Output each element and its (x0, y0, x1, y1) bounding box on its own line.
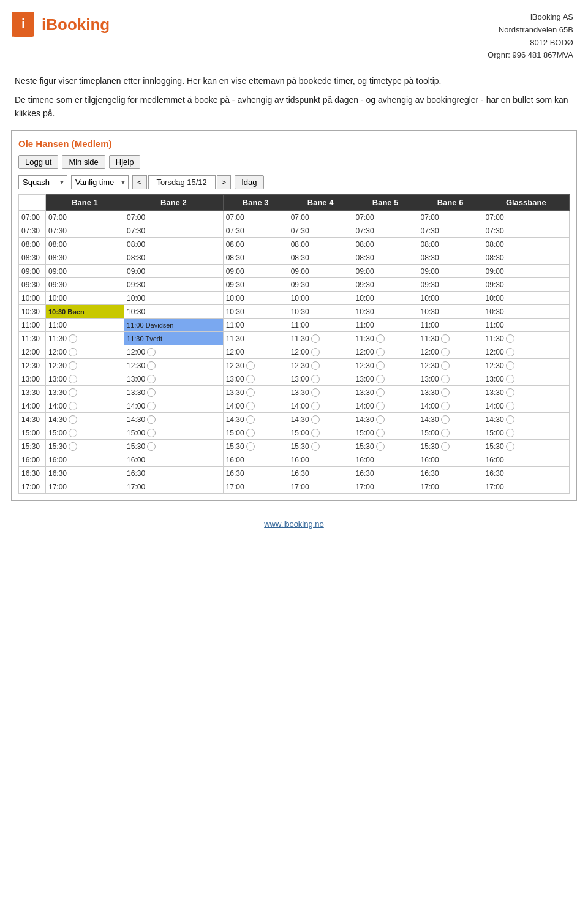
availability-bullet[interactable] (147, 429, 156, 437)
bookable-slot[interactable]: 12:30 (486, 361, 567, 370)
schedule-cell[interactable]: 13:00 (418, 372, 483, 386)
bookable-slot[interactable]: 15:30 (421, 442, 480, 451)
availability-bullet[interactable] (246, 442, 255, 451)
schedule-cell[interactable]: 12:30 (353, 359, 418, 372)
bookable-slot[interactable]: 13:00 (291, 375, 350, 383)
schedule-cell[interactable]: 13:00 (223, 372, 288, 386)
availability-bullet[interactable] (69, 388, 77, 397)
schedule-cell[interactable]: 13:00 (124, 372, 224, 386)
availability-bullet[interactable] (246, 402, 255, 410)
availability-bullet[interactable] (147, 361, 156, 370)
schedule-cell[interactable]: 14:30 (46, 413, 124, 426)
schedule-cell[interactable]: 15:00 (124, 426, 224, 440)
availability-bullet[interactable] (246, 375, 255, 383)
bookable-slot[interactable]: 12:30 (127, 361, 221, 370)
bookable-slot[interactable]: 13:30 (48, 388, 121, 397)
availability-bullet[interactable] (69, 415, 77, 424)
availability-bullet[interactable] (69, 348, 77, 356)
schedule-cell[interactable]: 15:30 (124, 440, 224, 453)
schedule-cell[interactable]: 15:30 (483, 440, 569, 453)
bookable-slot[interactable]: 13:00 (356, 375, 415, 383)
bookable-slot[interactable]: 14:00 (486, 402, 567, 410)
bookable-slot[interactable]: 11:30 (356, 334, 415, 343)
bookable-slot[interactable]: 15:30 (127, 442, 221, 451)
schedule-cell[interactable]: 14:30 (353, 413, 418, 426)
bookable-slot[interactable]: 12:00 (48, 348, 121, 356)
schedule-cell[interactable]: 14:30 (124, 413, 224, 426)
schedule-cell[interactable]: 14:00 (223, 399, 288, 413)
bookable-slot[interactable]: 14:30 (127, 415, 221, 424)
availability-bullet[interactable] (506, 442, 514, 451)
availability-bullet[interactable] (246, 429, 255, 437)
bookable-slot[interactable]: 15:00 (356, 429, 415, 437)
schedule-cell[interactable]: 12:30 (223, 359, 288, 372)
schedule-cell[interactable]: 15:30 (418, 440, 483, 453)
bookable-slot[interactable]: 14:30 (291, 415, 350, 424)
bookable-slot[interactable]: 12:30 (356, 361, 415, 370)
bookable-slot[interactable]: 15:00 (291, 429, 350, 437)
bookable-slot[interactable]: 14:30 (486, 415, 567, 424)
availability-bullet[interactable] (441, 334, 450, 343)
schedule-cell[interactable]: 12:30 (124, 359, 224, 372)
availability-bullet[interactable] (441, 388, 450, 397)
availability-bullet[interactable] (69, 334, 77, 343)
schedule-cell[interactable]: 12:00 (418, 345, 483, 359)
date-next-button[interactable]: > (217, 175, 232, 189)
schedule-cell[interactable]: 12:30 (483, 359, 569, 372)
availability-bullet[interactable] (376, 415, 385, 424)
bookable-slot[interactable]: 12:30 (421, 361, 480, 370)
bookable-slot[interactable]: 13:30 (226, 388, 285, 397)
schedule-cell[interactable]: 12:30 (46, 359, 124, 372)
availability-bullet[interactable] (376, 334, 385, 343)
availability-bullet[interactable] (147, 402, 156, 410)
availability-bullet[interactable] (69, 361, 77, 370)
schedule-cell[interactable]: 13:30 (483, 386, 569, 399)
type-select-wrapper[interactable]: Vanlig time ▼ (71, 175, 129, 189)
availability-bullet[interactable] (69, 402, 77, 410)
availability-bullet[interactable] (311, 402, 320, 410)
schedule-cell[interactable]: 15:00 (46, 426, 124, 440)
availability-bullet[interactable] (147, 442, 156, 451)
availability-bullet[interactable] (69, 375, 77, 383)
schedule-cell[interactable]: 12:00 (46, 345, 124, 359)
availability-bullet[interactable] (311, 429, 320, 437)
availability-bullet[interactable] (376, 388, 385, 397)
schedule-cell[interactable]: 12:00 (288, 345, 353, 359)
bookable-slot[interactable]: 11:30 (421, 334, 480, 343)
availability-bullet[interactable] (147, 375, 156, 383)
schedule-cell[interactable]: 12:00 (124, 345, 224, 359)
schedule-cell[interactable]: 11:30 (46, 332, 124, 345)
schedule-cell[interactable]: 15:30 (353, 440, 418, 453)
bookable-slot[interactable]: 12:00 (356, 348, 415, 356)
bookable-slot[interactable]: 15:00 (421, 429, 480, 437)
schedule-cell[interactable]: 13:00 (483, 372, 569, 386)
schedule-cell[interactable]: 13:30 (288, 386, 353, 399)
bookable-slot[interactable]: 12:00 (486, 348, 567, 356)
bookable-slot[interactable]: 15:00 (127, 429, 221, 437)
availability-bullet[interactable] (311, 361, 320, 370)
availability-bullet[interactable] (441, 442, 450, 451)
bookable-slot[interactable]: 12:00 (127, 348, 221, 356)
hjelp-button[interactable]: Hjelp (109, 155, 141, 169)
availability-bullet[interactable] (246, 415, 255, 424)
schedule-cell[interactable]: 13:00 (288, 372, 353, 386)
bookable-slot[interactable]: 15:30 (48, 442, 121, 451)
bookable-slot[interactable]: 13:30 (356, 388, 415, 397)
schedule-cell[interactable]: 13:30 (223, 386, 288, 399)
schedule-cell[interactable]: 13:00 (46, 372, 124, 386)
availability-bullet[interactable] (506, 361, 514, 370)
schedule-cell[interactable]: 11:30 (418, 332, 483, 345)
availability-bullet[interactable] (147, 388, 156, 397)
bookable-slot[interactable]: 12:30 (226, 361, 285, 370)
availability-bullet[interactable] (441, 348, 450, 356)
type-select[interactable]: Vanlig time (71, 175, 129, 189)
availability-bullet[interactable] (311, 388, 320, 397)
bookable-slot[interactable]: 14:30 (226, 415, 285, 424)
bookable-slot[interactable]: 13:30 (486, 388, 567, 397)
schedule-cell[interactable]: 11:30 (353, 332, 418, 345)
bookable-slot[interactable]: 13:00 (127, 375, 221, 383)
schedule-cell[interactable]: 12:30 (418, 359, 483, 372)
availability-bullet[interactable] (147, 348, 156, 356)
bookable-slot[interactable]: 12:00 (291, 348, 350, 356)
schedule-cell[interactable]: 12:30 (288, 359, 353, 372)
